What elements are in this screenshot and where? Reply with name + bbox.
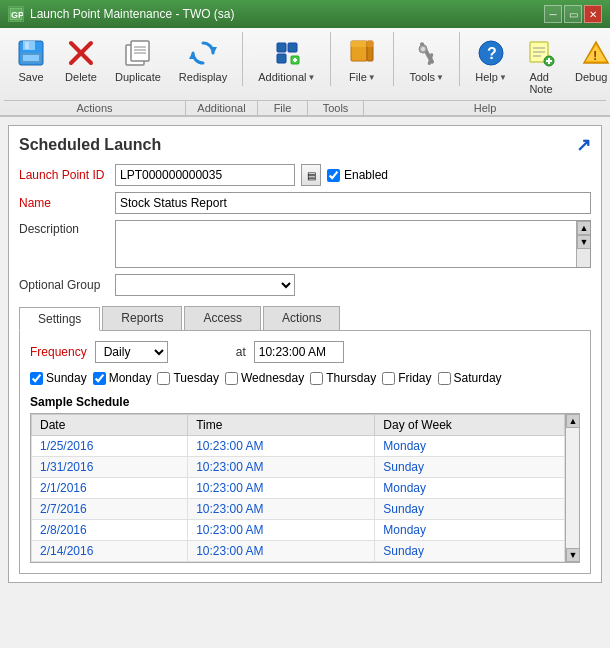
window-controls: ─ ▭ ✕ bbox=[544, 5, 602, 23]
wednesday-checkbox[interactable] bbox=[225, 372, 238, 385]
days-row: Sunday Monday Tuesday Wednesday bbox=[30, 371, 580, 385]
friday-checkbox[interactable] bbox=[382, 372, 395, 385]
help-button[interactable]: ? Help ▼ bbox=[466, 32, 516, 86]
schedule-wrapper: Date Time Day of Week 1/25/201610:23:00 … bbox=[30, 413, 580, 563]
saturday-label: Saturday bbox=[454, 371, 502, 385]
additional-arrow: ▼ bbox=[308, 73, 316, 82]
table-row: 1/31/201610:23:00 AMSunday bbox=[32, 457, 565, 478]
launch-point-id-input[interactable] bbox=[115, 164, 295, 186]
tools-label: Tools bbox=[409, 71, 435, 83]
svg-rect-6 bbox=[23, 55, 39, 61]
duplicate-icon bbox=[122, 37, 154, 69]
title-bar-text: Launch Point Maintenance - TWO (sa) bbox=[30, 7, 235, 21]
addnote-button[interactable]: AddNote bbox=[516, 32, 566, 98]
tab-access[interactable]: Access bbox=[184, 306, 261, 330]
svg-text:?: ? bbox=[487, 45, 497, 62]
redisplay-button[interactable]: Redisplay bbox=[170, 32, 236, 86]
tab-settings[interactable]: Settings bbox=[19, 307, 100, 331]
name-label: Name bbox=[19, 196, 109, 210]
debug-label: Debug bbox=[575, 71, 607, 83]
app-icon: GP bbox=[8, 6, 24, 22]
col-date: Date bbox=[32, 415, 188, 436]
thursday-checkbox[interactable] bbox=[310, 372, 323, 385]
schedule-table: Date Time Day of Week 1/25/201610:23:00 … bbox=[31, 414, 565, 563]
help-label: Help bbox=[475, 71, 498, 83]
sample-schedule-title: Sample Schedule bbox=[30, 395, 580, 409]
table-row: 1/25/201610:23:00 AMMonday bbox=[32, 436, 565, 457]
thursday-label: Thursday bbox=[326, 371, 376, 385]
optional-group-select[interactable] bbox=[115, 274, 295, 296]
help-arrow: ▼ bbox=[499, 73, 507, 82]
redisplay-label: Redisplay bbox=[179, 71, 227, 83]
addnote-label: AddNote bbox=[529, 71, 552, 95]
additional-label: Additional bbox=[258, 71, 306, 83]
svg-text:!: ! bbox=[593, 48, 597, 63]
tabs-header: Settings Reports Access Actions bbox=[19, 306, 591, 330]
svg-text:GP: GP bbox=[11, 10, 23, 20]
schedule-scrollbar: ▲ ▼ bbox=[565, 414, 579, 562]
main-panel: Scheduled Launch ↗ Launch Point ID ▤ Ena… bbox=[8, 125, 602, 583]
tuesday-label: Tuesday bbox=[173, 371, 219, 385]
title-bar: GP Launch Point Maintenance - TWO (sa) ─… bbox=[0, 0, 610, 28]
description-area: ▲ ▼ bbox=[115, 220, 591, 268]
debug-button[interactable]: ! Debug ▼ bbox=[566, 32, 610, 86]
save-icon bbox=[15, 37, 47, 69]
svg-rect-4 bbox=[25, 42, 29, 49]
delete-label: Delete bbox=[65, 71, 97, 83]
table-row: 2/1/201610:23:00 AMMonday bbox=[32, 478, 565, 499]
friday-label: Friday bbox=[398, 371, 431, 385]
save-button[interactable]: Save bbox=[6, 32, 56, 86]
save-label: Save bbox=[18, 71, 43, 83]
duplicate-button[interactable]: Duplicate bbox=[106, 32, 170, 86]
toolbar-group-tools: Tools ▼ bbox=[394, 32, 460, 86]
help-icon: ? bbox=[475, 37, 507, 69]
saturday-checkbox[interactable] bbox=[438, 372, 451, 385]
schedule-scroll-down[interactable]: ▼ bbox=[566, 548, 580, 562]
actions-section-label: Actions bbox=[4, 101, 186, 115]
description-label: Description bbox=[19, 220, 109, 236]
tab-reports[interactable]: Reports bbox=[102, 306, 182, 330]
file-button[interactable]: File ▼ bbox=[337, 32, 387, 86]
wednesday-label: Wednesday bbox=[241, 371, 304, 385]
sunday-checkbox[interactable] bbox=[30, 372, 43, 385]
delete-button[interactable]: Delete bbox=[56, 32, 106, 86]
table-row: 2/8/201610:23:00 AMMonday bbox=[32, 520, 565, 541]
col-time: Time bbox=[188, 415, 375, 436]
additional-section-label: Additional bbox=[186, 101, 258, 115]
file-label: File bbox=[349, 71, 367, 83]
optional-group-label: Optional Group bbox=[19, 278, 109, 292]
enabled-checkbox[interactable] bbox=[327, 169, 340, 182]
table-row: 2/14/201610:23:00 AMSunday bbox=[32, 541, 565, 562]
name-input[interactable] bbox=[115, 192, 591, 214]
redisplay-icon bbox=[187, 37, 219, 69]
svg-rect-18 bbox=[277, 54, 286, 63]
tab-actions[interactable]: Actions bbox=[263, 306, 340, 330]
tools-button[interactable]: Tools ▼ bbox=[400, 32, 453, 86]
monday-label: Monday bbox=[109, 371, 152, 385]
desc-scroll-down[interactable]: ▼ bbox=[577, 235, 591, 249]
panel-expand-icon[interactable]: ↗ bbox=[576, 134, 591, 156]
enabled-label: Enabled bbox=[344, 168, 388, 182]
tools-section-label: Tools bbox=[308, 101, 364, 115]
tools-icon bbox=[411, 37, 443, 69]
toolbar-group-help: ? Help ▼ bbox=[460, 32, 610, 98]
svg-rect-10 bbox=[131, 41, 149, 61]
monday-checkbox[interactable] bbox=[93, 372, 106, 385]
toolbar-group-additional: Additional ▼ bbox=[243, 32, 331, 86]
at-label: at bbox=[236, 345, 246, 359]
frequency-select[interactable]: Daily Weekly Monthly bbox=[95, 341, 168, 363]
additional-button[interactable]: Additional ▼ bbox=[249, 32, 324, 86]
restore-button[interactable]: ▭ bbox=[564, 5, 582, 23]
launch-point-lookup-button[interactable]: ▤ bbox=[301, 164, 321, 186]
file-icon bbox=[346, 37, 378, 69]
close-button[interactable]: ✕ bbox=[584, 5, 602, 23]
addnote-icon bbox=[525, 37, 557, 69]
tuesday-checkbox[interactable] bbox=[157, 372, 170, 385]
time-input[interactable] bbox=[254, 341, 344, 363]
tab-content-settings: Frequency Daily Weekly Monthly at Sunday bbox=[19, 330, 591, 574]
description-input[interactable] bbox=[116, 221, 576, 267]
col-day: Day of Week bbox=[375, 415, 565, 436]
minimize-button[interactable]: ─ bbox=[544, 5, 562, 23]
schedule-scroll-up[interactable]: ▲ bbox=[566, 414, 580, 428]
desc-scroll-up[interactable]: ▲ bbox=[577, 221, 591, 235]
